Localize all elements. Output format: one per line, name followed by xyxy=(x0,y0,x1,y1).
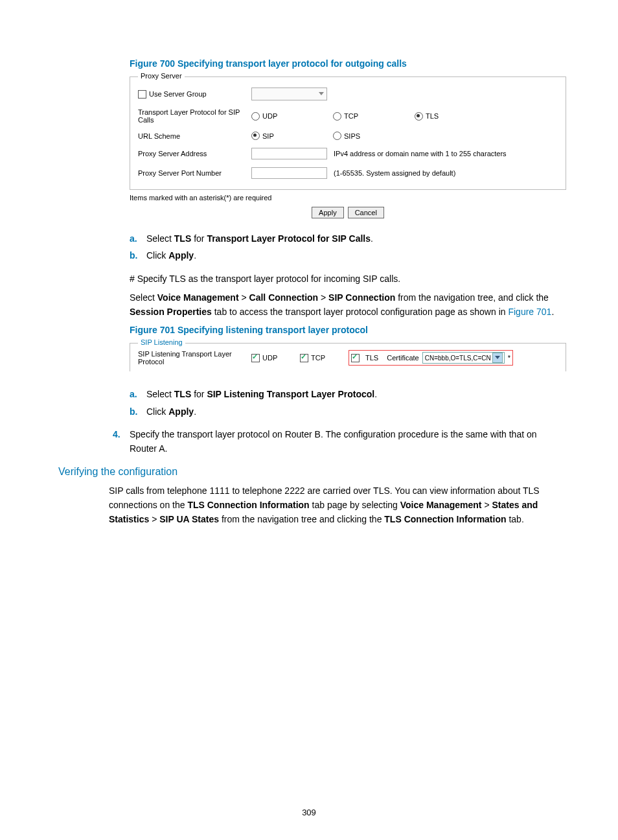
transport-tcp-label: TCP xyxy=(344,112,358,120)
figure-701-link[interactable]: Figure 701 xyxy=(508,307,551,317)
transport-tcp-radio[interactable] xyxy=(333,112,341,121)
required-asterisk: * xyxy=(508,354,510,362)
transport-tls-radio[interactable] xyxy=(415,112,423,121)
figure-701-title: Figure 701 Specifying listening transpor… xyxy=(130,325,566,335)
sip-listening-protocol-label: SIP Listening Transport Layer Protocol xyxy=(138,350,251,366)
url-sip-label: SIP xyxy=(262,132,274,140)
step-b-text: Click Apply. xyxy=(146,248,566,262)
step2-b-text: Click Apply. xyxy=(146,404,566,419)
proxy-port-input[interactable] xyxy=(251,167,327,179)
step-4-marker: 4. xyxy=(113,428,130,456)
verifying-paragraph: SIP calls from telephone 1111 to telepho… xyxy=(109,484,566,526)
listen-udp-label: UDP xyxy=(262,354,277,362)
step2-a-text: Select TLS for SIP Listening Transport L… xyxy=(146,387,566,401)
certificate-value: CN=bbb,O=TLS,C=CN xyxy=(425,355,491,362)
step-4-text: Specify the transport layer protocol on … xyxy=(130,428,566,456)
verifying-heading: Verifying the configuration xyxy=(58,466,566,478)
url-scheme-label: URL Scheme xyxy=(138,132,251,140)
proxy-server-fieldset: Proxy Server Use Server Group Transport … xyxy=(130,76,566,190)
step2-b-marker: b. xyxy=(130,404,146,419)
nav-instruction: Select Voice Management > Call Connectio… xyxy=(130,291,566,319)
proxy-address-label: Proxy Server Address xyxy=(138,150,251,158)
transport-udp-radio[interactable] xyxy=(251,112,260,121)
step-b-marker: b. xyxy=(130,248,146,262)
cancel-button[interactable]: Cancel xyxy=(348,207,384,218)
listen-tcp-checkbox[interactable] xyxy=(300,354,308,362)
use-server-group-checkbox[interactable] xyxy=(138,90,146,99)
proxy-address-input[interactable] xyxy=(251,148,327,159)
certificate-label: Certificate xyxy=(387,354,419,362)
figure-700-title: Figure 700 Specifying transport layer pr… xyxy=(130,58,566,69)
specify-tls-incoming: # Specify TLS as the transport layer pro… xyxy=(130,272,566,286)
required-note: Items marked with an asterisk(*) are req… xyxy=(130,194,566,202)
transport-protocol-label: Transport Layer Protocol for SIP Calls xyxy=(138,108,251,124)
step-a-marker: a. xyxy=(130,231,146,246)
proxy-port-label: Proxy Server Port Number xyxy=(138,169,251,177)
url-sips-radio[interactable] xyxy=(333,132,341,140)
server-group-select[interactable] xyxy=(251,88,327,100)
proxy-port-hint: (1-65535. System assigned by default) xyxy=(334,169,455,177)
listen-tls-checkbox[interactable] xyxy=(351,354,360,362)
apply-button[interactable]: Apply xyxy=(312,207,344,218)
proxy-address-hint: IPv4 address or domain name with 1 to 25… xyxy=(334,150,507,158)
chevron-down-icon xyxy=(492,353,503,363)
use-server-group-label: Use Server Group xyxy=(149,90,207,98)
transport-tls-label: TLS xyxy=(426,112,439,120)
step2-a-marker: a. xyxy=(130,387,146,401)
transport-udp-label: UDP xyxy=(262,112,277,120)
tls-certificate-group: TLS Certificate CN=bbb,O=TLS,C=CN * xyxy=(349,350,513,366)
certificate-select[interactable]: CN=bbb,O=TLS,C=CN xyxy=(422,352,505,364)
sip-listening-legend: SIP Listening xyxy=(138,338,185,346)
url-sip-radio[interactable] xyxy=(251,132,260,140)
proxy-server-legend: Proxy Server xyxy=(138,72,185,80)
step-a-text: Select TLS for Transport Layer Protocol … xyxy=(146,231,566,246)
listen-tls-label: TLS xyxy=(365,354,378,362)
listen-udp-checkbox[interactable] xyxy=(251,354,260,362)
sip-listening-fieldset: SIP Listening SIP Listening Transport La… xyxy=(130,343,566,371)
url-sips-label: SIPS xyxy=(344,132,360,140)
listen-tcp-label: TCP xyxy=(311,354,325,362)
page-number: 309 xyxy=(0,808,618,817)
